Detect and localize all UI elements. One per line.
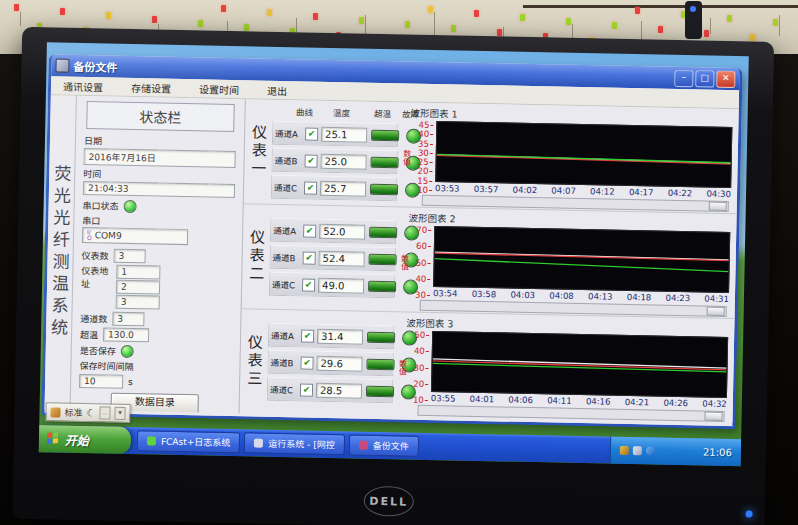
panel-led [14,4,19,11]
channel-label: 通道A [271,329,301,342]
curve-checkbox[interactable]: ✔ [305,127,318,140]
curve-checkbox[interactable]: ✔ [303,224,316,237]
curve-checkbox[interactable]: ✔ [301,329,314,342]
y-tick-label: 30 [413,148,433,156]
panel-led [152,16,157,23]
windows-flag-icon [47,432,60,446]
y-tick-label: 50 [411,258,431,266]
overtemp-indicator [369,226,397,238]
panel-led [60,8,65,15]
overtemp-column-header: 超温 [364,107,400,120]
y-tick-label: 50 [409,331,429,339]
temperature-value: 25.7 [320,180,366,196]
panel-led [658,26,663,33]
scroll-thumb[interactable] [704,412,722,421]
schematic-line [779,15,780,36]
ime-minimize-button[interactable]: ▾ [114,407,125,420]
channel-row: 通道B ✔ 25.0 [271,148,397,175]
meter-address-2[interactable]: 2 [116,280,160,295]
start-button[interactable]: 开始 [39,425,132,454]
y-tick-label: 30 [410,291,430,299]
menu-storage-settings[interactable]: 存储设置 [131,79,171,95]
ime-mode-label[interactable]: 标准 [64,406,82,419]
curve-checkbox[interactable]: ✔ [304,154,317,167]
scroll-thumb[interactable] [707,307,725,316]
waveform-chart-1: 波形图表 1 数值 4540353025201510 03:5303:5704:… [397,102,739,213]
moon-icon[interactable]: ☾ [86,407,95,418]
save-interval-field[interactable]: 10 [79,374,123,389]
meter-address-1[interactable]: 1 [116,265,160,280]
channel-label: 通道B [275,154,305,167]
meter-address-3[interactable]: 3 [116,295,160,310]
series-line [433,363,727,372]
y-axis-ticks: 5040302010 [408,331,432,404]
app-icon [359,441,368,450]
y-tick-label: 40 [413,130,433,138]
x-tick-label: 03:57 [474,184,499,195]
tray-clock[interactable]: 21:06 [703,447,732,459]
panel-led [750,34,755,41]
close-button[interactable]: ✕ [716,70,735,87]
menu-exit[interactable]: 退出 [267,82,287,97]
scroll-thumb[interactable] [709,202,727,211]
band-meter-3: 仪表三 通道A ✔ 31.4 通道B [240,309,735,423]
taskbar-item-log-system[interactable]: FCAst+日志系统 [137,430,241,453]
temperature-value: 31.4 [317,328,363,344]
ime-options-button[interactable]: ‥ [99,406,110,419]
channel-count-field[interactable]: 3 [112,312,144,327]
start-label: 开始 [65,431,89,448]
y-tick-label: 10 [412,186,432,194]
x-tick-label: 04:08 [549,290,574,301]
x-tick-label: 04:02 [513,185,538,196]
mounted-device [685,1,702,39]
taskbar-item-backup-file[interactable]: 备份文件 [349,434,419,456]
channel-label: 通道A [273,224,303,237]
y-axis-label: 数值 [398,254,409,270]
y-axis-ticks: 4540353025201510 [412,121,436,194]
serial-status-label: 串口状态 [83,199,119,213]
meter-count-field[interactable]: 3 [114,249,146,264]
x-tick-label: 04:03 [510,290,535,301]
taskbar-item-run-system[interactable]: 运行系统 - [网控 [244,432,345,455]
overtemp-field[interactable]: 130.0 [103,327,149,342]
menu-set-time[interactable]: 设置时间 [199,81,239,97]
tray-icon-2[interactable] [633,446,642,455]
serial-port-value: COM9 [95,230,122,241]
maximize-button[interactable]: □ [695,70,714,87]
monitor: 备份文件 – □ ✕ 通讯设置 存储设置 设置时间 退出 荧光光纤测温系统 [12,27,774,525]
menu-comm-settings[interactable]: 通讯设置 [63,78,103,94]
y-tick-label: 15 [412,176,432,184]
y-tick-label: 45 [413,121,433,129]
y-tick-label: 20 [408,379,428,387]
y-tick-label: 35 [413,139,433,147]
overtemp-indicator [371,129,399,141]
panel-led [244,24,249,31]
x-tick-label: 04:13 [588,291,613,302]
tray-icon-3[interactable] [646,446,655,455]
tray-icon-1[interactable] [620,446,629,455]
serial-status-led [124,200,137,213]
plot-area [431,331,728,398]
overtemp-indicator [366,358,394,370]
channel-row: 通道C ✔ 25.7 [271,175,397,202]
curve-checkbox[interactable]: ✔ [304,181,317,194]
x-tick-label: 04:18 [627,292,652,303]
channel-label: 通道A [275,127,305,140]
serial-port-combo[interactable]: I/O COM9 [82,227,188,245]
instrument-2: 仪表二 通道A ✔ 52.0 通道B [242,204,397,311]
ime-icon[interactable] [50,407,60,417]
curve-checkbox[interactable]: ✔ [302,278,315,291]
language-bar[interactable]: 标准 ☾ ‥ ▾ [45,402,130,423]
curve-checkbox[interactable]: ✔ [303,251,316,264]
minimize-button[interactable]: – [674,69,693,86]
waveform-chart-3: 波形图表 3 数值 5040302010 03:5504:0104:0604:1… [393,312,735,423]
temperature-value: 52.4 [319,250,365,266]
check-icon: ✔ [305,253,313,262]
main-area: 仪表一 曲线 温度 超温 故障 通道A [240,99,739,423]
panel-led [704,30,709,37]
panel-led [221,5,226,12]
plot-area [433,226,730,293]
curve-checkbox[interactable]: ✔ [300,356,313,369]
overtemp-indicator [366,385,394,397]
curve-checkbox[interactable]: ✔ [300,383,313,396]
